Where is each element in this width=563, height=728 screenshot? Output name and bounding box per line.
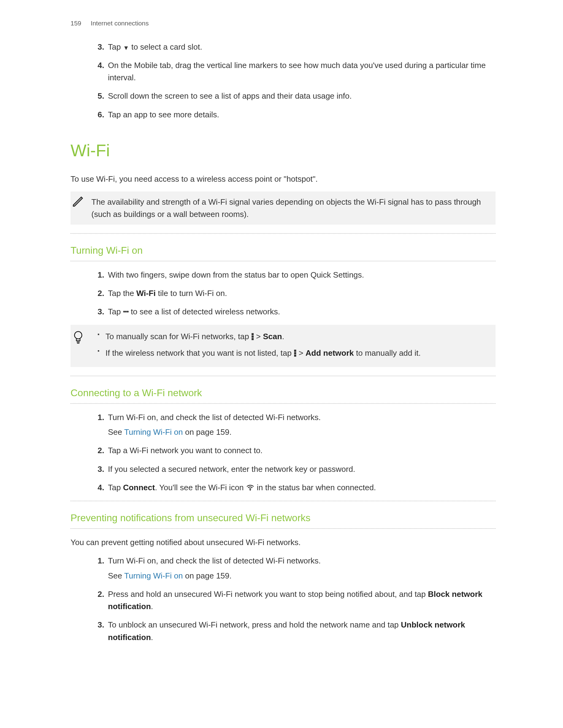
item-text: Tap the Wi-Fi tile to turn Wi-Fi on.: [108, 289, 227, 298]
divider: [70, 261, 496, 261]
item-text: Tap ▼ to select a card slot.: [108, 42, 202, 51]
item-text: Press and hold an unsecured Wi-Fi networ…: [108, 590, 482, 611]
link-turning-wifi-on[interactable]: Turning Wi-Fi on: [124, 427, 183, 437]
top-ordered-list: 3. Tap ▼ to select a card slot. 4. On th…: [70, 41, 496, 121]
heading-connecting: Connecting to a Wi-Fi network: [70, 385, 496, 401]
item-text: Turn Wi-Fi on, and check the list of det…: [108, 555, 496, 582]
tip-box: To manually scan for Wi-Fi networks, tap…: [70, 325, 496, 367]
sect1-list: 1. With two fingers, swipe down from the…: [70, 269, 496, 318]
wifi-icon: [246, 482, 254, 495]
heading-wifi: Wi-Fi: [70, 138, 496, 164]
page-content: 159 Internet connections 3. Tap ▼ to sel…: [0, 0, 563, 686]
item-text: Scroll down the screen to see a list of …: [108, 91, 352, 100]
link-turning-wifi-on[interactable]: Turning Wi-Fi on: [124, 571, 183, 580]
divider: [70, 233, 496, 234]
tip-item: If the wireless network that you want is…: [97, 347, 487, 359]
list-item: 1. Turn Wi-Fi on, and check the list of …: [92, 411, 496, 438]
divider: [70, 376, 496, 376]
item-text: Tap ••• to see a list of detected wirele…: [108, 307, 280, 316]
list-item: 4. On the Mobile tab, drag the vertical …: [92, 59, 496, 84]
divider: [70, 501, 496, 501]
item-text: Turn Wi-Fi on, and check the list of det…: [108, 411, 496, 438]
running-header: 159 Internet connections: [70, 18, 496, 28]
svg-point-3: [74, 332, 82, 339]
sect3-list: 1. Turn Wi-Fi on, and check the list of …: [70, 555, 496, 643]
list-item: 4. Tap Connect. You'll see the Wi-Fi ico…: [92, 481, 496, 495]
pencil-icon: [69, 195, 87, 211]
page-number: 159: [70, 18, 89, 28]
list-item: 2. Press and hold an unsecured Wi-Fi net…: [92, 588, 496, 613]
section-name: Internet connections: [91, 20, 149, 27]
list-item: 3. Tap ▼ to select a card slot.: [92, 41, 496, 53]
heading-turning-wifi-on: Turning Wi-Fi on: [70, 243, 496, 258]
overflow-icon: ■■■: [294, 349, 296, 357]
overflow-icon: ■■■: [251, 333, 253, 340]
list-item: 3. If you selected a secured network, en…: [92, 463, 496, 475]
item-number: 4.: [92, 59, 104, 71]
lightbulb-icon: [69, 330, 87, 348]
item-text: To unblock an unsecured Wi-Fi network, p…: [108, 620, 465, 642]
list-item: 5. Scroll down the screen to see a list …: [92, 90, 496, 102]
note-box: The availability and strength of a Wi-Fi…: [70, 191, 496, 225]
item-text: If you selected a secured network, enter…: [108, 464, 355, 474]
item-text: Tap a Wi-Fi network you want to connect …: [108, 446, 262, 455]
item-text: Tap Connect. You'll see the Wi-Fi icon i…: [108, 483, 376, 492]
list-item: 6. Tap an app to see more details.: [92, 108, 496, 121]
item-text: On the Mobile tab, drag the vertical lin…: [108, 61, 486, 82]
list-item: 1. Turn Wi-Fi on, and check the list of …: [92, 555, 496, 582]
divider: [70, 403, 496, 404]
dropdown-icon: ▼: [123, 43, 129, 53]
tip-list: To manually scan for Wi-Fi networks, tap…: [97, 330, 487, 359]
more-icon: •••: [123, 307, 128, 317]
sect3-intro: You can prevent getting notified about u…: [70, 536, 496, 548]
list-item: 2. Tap a Wi-Fi network you want to conne…: [92, 444, 496, 457]
item-text: With two fingers, swipe down from the st…: [108, 270, 364, 279]
item-number: 3.: [92, 41, 104, 53]
note-text: The availability and strength of a Wi-Fi…: [91, 196, 487, 221]
list-item: 2. Tap the Wi-Fi tile to turn Wi-Fi on.: [92, 287, 496, 299]
svg-line-1: [74, 198, 82, 206]
item-text: Tap an app to see more details.: [108, 110, 219, 119]
sect2-list: 1. Turn Wi-Fi on, and check the list of …: [70, 411, 496, 495]
list-item: 3. Tap ••• to see a list of detected wir…: [92, 305, 496, 318]
item-number: 5.: [92, 90, 104, 102]
intro-paragraph: To use Wi-Fi, you need access to a wirel…: [70, 173, 496, 185]
list-item: 1. With two fingers, swipe down from the…: [92, 269, 496, 281]
svg-point-6: [249, 489, 251, 491]
divider: [70, 528, 496, 529]
tip-item: To manually scan for Wi-Fi networks, tap…: [97, 330, 487, 343]
list-item: 3. To unblock an unsecured Wi-Fi network…: [92, 619, 496, 643]
item-number: 6.: [92, 108, 104, 121]
heading-preventing: Preventing notifications from unsecured …: [70, 510, 496, 526]
